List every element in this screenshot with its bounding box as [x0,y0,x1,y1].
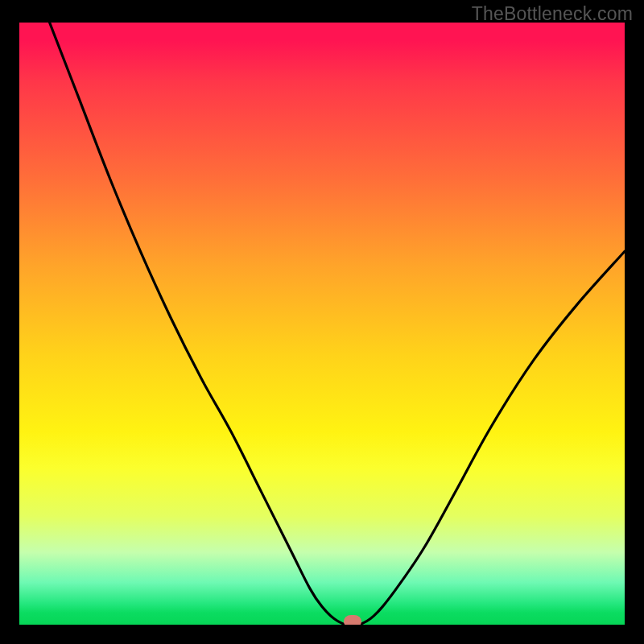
attribution-text: TheBottleneck.com [472,3,633,25]
plot-area [19,23,625,625]
bottleneck-curve [19,23,625,625]
optimal-point-marker [344,615,361,625]
